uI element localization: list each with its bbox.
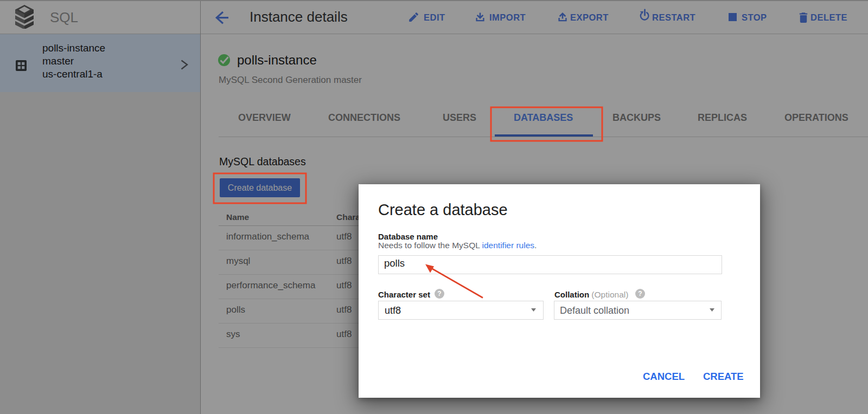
- svg-text:?: ?: [437, 290, 441, 297]
- svg-text:?: ?: [638, 290, 642, 297]
